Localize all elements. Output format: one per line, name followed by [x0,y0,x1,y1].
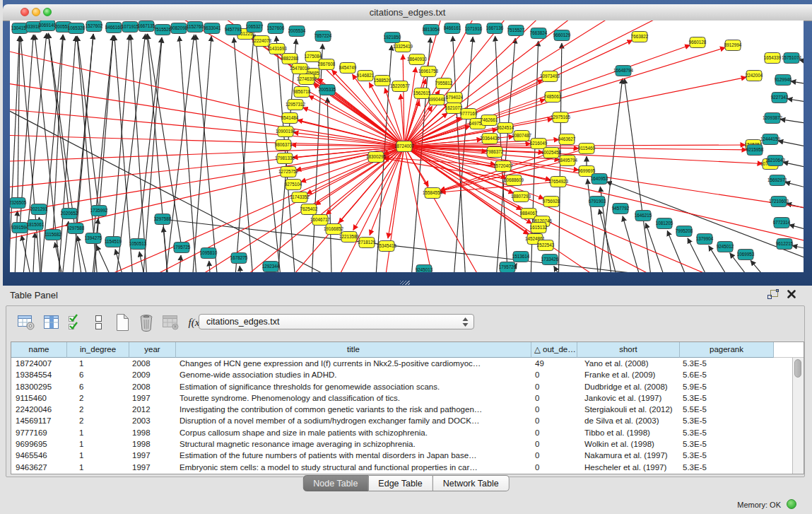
graph-node[interactable]: 8466160 [105,23,123,33]
select-checkmarks-button[interactable] [66,313,86,332]
graph-node[interactable]: 1081205 [656,218,673,229]
tab-node-table[interactable]: Node Table [302,475,368,491]
column-header-short[interactable]: short [577,342,680,358]
graph-node[interactable]: 1667136 [486,23,504,34]
graph-node[interactable]: 1152760 [187,22,204,33]
graph-node[interactable]: 6791903 [589,197,606,207]
graph-node[interactable]: 9806371 [275,140,293,151]
graph-node[interactable]: 7625402 [300,204,318,215]
graph-node[interactable]: 9227343 [771,93,789,103]
graph-node[interactable]: 10688609 [504,175,524,186]
table-row[interactable]: 1938455462009Genome-wide association stu… [11,369,792,380]
delete-button[interactable] [136,313,156,332]
graph-node[interactable]: 8541484 [281,113,299,124]
graph-node[interactable]: 9082098 [170,23,188,34]
graph-node[interactable]: 1654339 [764,53,782,64]
graph-node[interactable]: 1733426 [541,255,559,265]
graph-node[interactable]: 1615132 [530,223,548,233]
column-visibility-button[interactable] [42,313,61,332]
graph-node[interactable]: 15720407 [493,161,514,172]
graph-node[interactable]: 15751074 [782,53,802,64]
graph-node[interactable]: 7515527 [507,25,525,36]
graph-node[interactable]: 9457792 [612,204,630,214]
float-panel-button[interactable] [767,289,779,300]
graph-node[interactable]: 9245013 [416,265,433,273]
graph-node[interactable]: 12725752 [278,167,299,177]
graph-node[interactable]: 12746397 [297,74,317,85]
graph-node[interactable]: 1513614 [512,252,530,262]
table-settings-button[interactable] [16,313,36,332]
graph-node[interactable]: 9115460 [578,144,596,154]
graph-node[interactable]: 1071916 [465,24,483,35]
graph-node[interactable]: 15345415 [377,241,397,252]
tab-edge-table[interactable]: Edge Table [368,475,433,491]
table-row[interactable]: 1830029562008Estimation of significance … [11,381,792,392]
graph-node[interactable]: 1154519 [105,237,122,247]
graph-node[interactable]: 1815061 [27,220,45,230]
graph-node[interactable]: 1640953 [591,174,608,185]
graph-node[interactable]: 7995208 [676,226,693,237]
graph-node[interactable]: 2242004 [746,71,763,81]
graph-node[interactable]: 7663822 [631,32,649,42]
graph-node[interactable]: 8990448 [428,95,446,105]
graph-node[interactable]: 10973493 [540,71,560,82]
column-header-out_de[interactable]: △ out_de… [531,342,577,358]
graph-node[interactable]: 2020652 [61,209,78,219]
graph-node[interactable]: 17981336 [275,153,295,164]
graph-node[interactable]: 18640910 [407,54,428,65]
graph-node[interactable]: 8454749 [339,63,357,74]
graph-node[interactable]: 9297588 [67,223,85,234]
graph-node[interactable]: 9245012 [717,242,734,252]
graph-node[interactable]: 12957312 [286,100,306,110]
graph-node[interactable]: 9882288 [281,54,299,64]
graph-node[interactable]: 1115682 [45,230,61,240]
graph-node[interactable]: 1292344 [262,262,280,272]
graph-node[interactable]: 1588520 [374,76,392,86]
graph-node[interactable]: 9660128 [689,37,707,48]
graph-node[interactable]: 7663824 [530,28,548,39]
graph-node[interactable]: 1394275 [85,233,102,244]
column-header-year[interactable]: year [129,342,176,358]
graph-node[interactable]: 2005335 [319,85,336,95]
graph-node[interactable]: 2867608 [318,59,336,70]
graph-node[interactable]: 17210603 [769,197,789,207]
graph-node[interactable]: 12213589 [339,232,360,243]
graph-node[interactable]: 12975165 [551,112,571,123]
memory-indicator[interactable] [787,499,796,509]
rows-button[interactable] [88,313,108,332]
graph-node[interactable]: 15584554 [423,188,443,199]
column-header-title[interactable]: title [176,342,531,358]
graph-node[interactable]: 1527602 [86,21,103,32]
graph-node[interactable]: 10807487 [512,131,532,141]
graph-node[interactable]: 18807293 [511,192,531,202]
graph-node[interactable]: 9660129 [553,30,571,41]
graph-node[interactable]: 2005534 [288,26,306,37]
graph-node[interactable]: 9275104 [285,180,302,190]
table-selector[interactable]: citations_edges.txt [199,314,474,329]
scrollbar-thumb[interactable] [794,359,801,378]
table-row[interactable]: 2242004622012Investigating the contribut… [11,404,792,415]
graph-node[interactable]: 1527606 [267,23,285,34]
graph-node[interactable]: 12224078 [252,36,272,47]
graph-node[interactable]: 20364436 [480,134,500,144]
tab-network-table[interactable]: Network Table [433,475,510,491]
table-row[interactable]: 1872400712008Changes of HCN gene express… [11,358,792,369]
table-row[interactable]: 969969511998Structural magnetic resonanc… [11,438,792,450]
graph-node[interactable]: 9777169 [460,109,478,119]
graph-node[interactable]: 15478010 [290,64,310,74]
graph-node[interactable]: 2326505 [10,198,27,209]
graph-node[interactable]: 12444159 [760,134,781,145]
graph-node[interactable]: 1795725 [173,243,191,253]
graph-node[interactable]: 1071915 [122,22,139,33]
graph-node[interactable]: 17654923 [548,177,569,187]
graph-node[interactable]: 1065327 [246,22,264,33]
graph-node[interactable]: 16210643 [765,156,786,166]
graph-node[interactable]: 9457791 [225,25,242,35]
graph-node[interactable]: 6794024 [446,93,464,103]
graph-node[interactable]: 18495794 [558,156,578,166]
graph-node[interactable]: 3624514 [497,123,514,134]
graph-node[interactable]: 7462661 [481,115,498,126]
graph-node[interactable]: 6772314 [773,218,791,228]
graph-node[interactable]: 9856718 [293,87,311,98]
graph-node[interactable]: 3297588 [154,214,172,225]
